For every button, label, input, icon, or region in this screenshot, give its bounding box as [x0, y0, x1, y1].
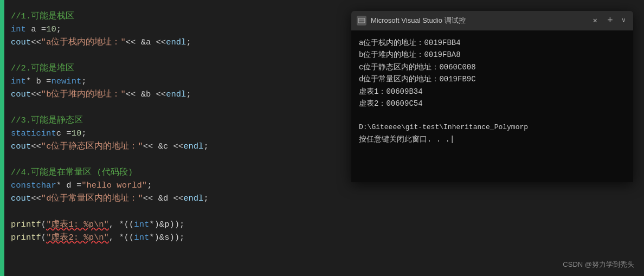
code-line: //3.可能是静态区 [11, 114, 325, 127]
code-line: cout << "b位于堆内的地址：" << &b << endl ; [11, 88, 325, 101]
func: printf [11, 218, 41, 231]
empty-line [11, 205, 325, 218]
cout: cout [11, 88, 31, 101]
plain: * d = [56, 179, 82, 192]
comment: //2.可能是堆区 [11, 62, 74, 75]
terminal-output-line: d位于常量区内的地址：0019FB9C [359, 73, 626, 85]
code-line: int a = 10 ; [11, 23, 325, 36]
plain: << &a << [126, 36, 166, 49]
code-panel: //1.可能是栈区 int a = 10 ; cout << "a位于栈内的地址… [0, 0, 335, 276]
string: "d位于常量区内的地址：" [41, 192, 143, 205]
plain: ; [81, 127, 86, 140]
terminal-output-line: 虚表2：00609C54 [359, 98, 626, 110]
code-line: cout << "c位于静态区内的地址：" << &c << endl ; [11, 140, 325, 153]
cout: cout [11, 192, 31, 205]
terminal-dropdown-button[interactable]: ∨ [620, 15, 628, 25]
plain: ( [41, 218, 46, 231]
plain: << [31, 140, 41, 153]
plain: ; [147, 179, 152, 192]
endl: endl [166, 36, 186, 49]
plain: a = [26, 23, 46, 36]
code-line: //4.可能是在常量区 (代码段) [11, 166, 325, 179]
code-line: //2.可能是堆区 [11, 62, 325, 75]
cout: cout [11, 36, 31, 49]
keyword: int [66, 75, 81, 88]
terminal-output-line [359, 110, 626, 121]
comment: //3.可能是静态区 [11, 114, 83, 127]
watermark: CSDN @努力学到秃头 [563, 260, 634, 269]
string: "a位于栈内的地址：" [41, 36, 126, 49]
terminal-title: Microsoft Visual Studio 调试控 [371, 16, 585, 25]
keyword: int [41, 127, 56, 140]
terminal-app-icon [357, 16, 366, 25]
cout: cout [11, 140, 31, 153]
string: "c位于静态区内的地址：" [41, 140, 143, 153]
keyword: int [11, 75, 26, 88]
num: 10 [46, 23, 56, 36]
comment: //1.可能是栈区 [11, 10, 74, 23]
plain: << [31, 88, 41, 101]
code-line: cout << "d位于常量区内的地址：" << &d << endl ; [11, 192, 325, 205]
empty-line [11, 101, 325, 114]
keyword: char [36, 179, 56, 192]
terminal-titlebar: Microsoft Visual Studio 调试控 ✕ + ∨ [351, 11, 633, 30]
plain: ; [81, 75, 86, 88]
plain: << &b << [126, 88, 166, 101]
plain: * b = [26, 75, 51, 88]
string-underline: "虚表2: %p\n" [46, 231, 109, 244]
string: "hello world" [81, 179, 147, 192]
plain: c = [56, 127, 72, 140]
plain: << [31, 36, 41, 49]
terminal-output-line: b位于堆内的地址：0019FBA8 [359, 49, 626, 61]
empty-line [11, 49, 325, 62]
terminal-area: Microsoft Visual Studio 调试控 ✕ + ∨ a位于栈内的… [335, 0, 644, 276]
plain: << [31, 192, 41, 205]
code-line: //1.可能是栈区 [11, 10, 325, 23]
terminal-new-tab-button[interactable]: + [605, 14, 615, 27]
code-line: printf ( "虚表1: %p\n" , *(( int *)&p)); [11, 218, 325, 231]
plain: ; [203, 140, 208, 153]
plain: ( [41, 231, 46, 244]
code-line: cout << "a位于栈内的地址：" << &a << endl ; [11, 36, 325, 49]
keyword: int [11, 23, 26, 36]
string-underline: "虚表1: %p\n" [46, 218, 109, 231]
keyword: int [134, 231, 149, 244]
num: 10 [72, 127, 82, 140]
keyword: new [51, 75, 66, 88]
code-line: static int c = 10 ; [11, 127, 325, 140]
terminal-prompt-line: 按任意键关闭此窗口. . .| [359, 133, 626, 145]
plain: *)&p)); [149, 218, 184, 231]
const-keyword: const [11, 179, 36, 192]
plain: << &d << [143, 192, 183, 205]
string: "b位于堆内的地址：" [41, 88, 126, 101]
terminal-output-line: c位于静态区内的地址：0060C008 [359, 61, 626, 73]
terminal-output-line: a位于栈内的地址：0019FBB4 [359, 37, 626, 49]
gutter-bar [0, 0, 4, 276]
terminal-window: Microsoft Visual Studio 调试控 ✕ + ∨ a位于栈内的… [351, 11, 633, 182]
keyword: int [134, 218, 149, 231]
code-line: const char * d = "hello world" ; [11, 179, 325, 192]
plain: ; [186, 36, 191, 49]
comment: //4.可能是在常量区 (代码段) [11, 166, 133, 179]
code-line: int * b = new int ; [11, 75, 325, 88]
func: printf [11, 231, 41, 244]
plain: , *(( [109, 231, 134, 244]
svg-rect-0 [358, 18, 365, 23]
plain: ; [186, 88, 191, 101]
plain: ; [203, 192, 208, 205]
terminal-output-line: 虚表1：00609B34 [359, 86, 626, 98]
code-content: //1.可能是栈区 int a = 10 ; cout << "a位于栈内的地址… [0, 10, 325, 244]
empty-line [11, 153, 325, 166]
endl: endl [183, 192, 203, 205]
plain: , *(( [109, 218, 134, 231]
plain: *)&s)); [149, 231, 184, 244]
terminal-close-button[interactable]: ✕ [590, 15, 601, 26]
static-keyword: static [11, 127, 41, 140]
endl: endl [183, 140, 203, 153]
terminal-path-line: D:\Giteeee\git-test\Inheritance_Polymorp [359, 122, 626, 133]
terminal-body: a位于栈内的地址：0019FBB4 b位于堆内的地址：0019FBA8 c位于静… [351, 30, 633, 182]
plain: << &c << [143, 140, 183, 153]
endl: endl [166, 88, 186, 101]
plain: ; [56, 23, 61, 36]
code-line: printf ( "虚表2: %p\n" , *(( int *)&s)); [11, 231, 325, 244]
